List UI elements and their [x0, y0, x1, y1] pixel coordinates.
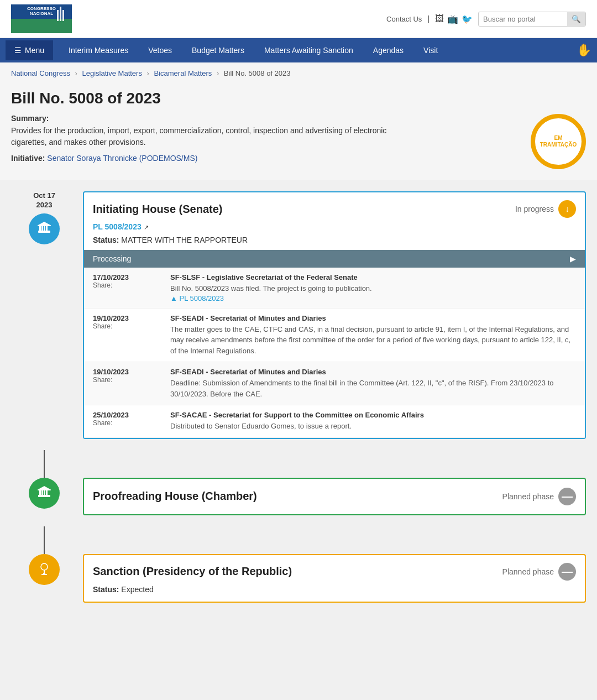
timeline-left-senate: Oct 172023 [11, 191, 77, 244]
page-title: Bill No. 5008 of 2023 [11, 90, 586, 107]
top-header: CONGRESSONACIONAL Contact Us | 🖼 📺 🐦 🔍 [0, 0, 597, 38]
menu-button[interactable]: ☰ Menu [6, 40, 53, 60]
breadcrumb-sep-2: › [147, 69, 151, 77]
nav-visit[interactable]: Visit [413, 38, 448, 62]
proc-share: Share: [93, 419, 170, 427]
processing-row: 19/10/2023 Share: SF-SEADI - Secretariat… [84, 362, 585, 405]
proc-date-col: 17/10/2023 Share: [93, 273, 170, 302]
contact-us-link[interactable]: Contact Us [386, 15, 422, 23]
nav-interim-measures[interactable]: Interim Measures [59, 38, 138, 62]
proc-share: Share: [93, 281, 170, 289]
breadcrumb-national-congress[interactable]: National Congress [11, 69, 70, 77]
svg-marker-6 [38, 222, 50, 225]
processing-label: Processing [93, 254, 131, 263]
nav-accessibility-icon[interactable]: ✋ [577, 43, 591, 58]
summary-desc: Provides for the production, import, exp… [11, 125, 398, 148]
timeline-left-sanction [11, 554, 77, 585]
menu-label: Menu [25, 46, 44, 55]
breadcrumb-bicameral-matters[interactable]: Bicameral Matters [154, 69, 212, 77]
phase-senate-container: Oct 172023 Initiating House [11, 191, 586, 439]
svg-rect-10 [44, 490, 45, 495]
phase-chamber-title: Proofreading House (Chamber) [93, 490, 257, 503]
phase-sanction-status: Planned phase — [502, 563, 576, 581]
phase-chamber-header: Proofreading House (Chamber) Planned pha… [84, 479, 585, 514]
status-badge-text: EMTRAMITAÇÃO [540, 135, 577, 148]
summary-section: Summary: Provides for the production, im… [11, 114, 586, 169]
logo: CONGRESSONACIONAL [11, 4, 72, 33]
proc-title: SF-SACAE - Secretariat for Support to th… [170, 411, 576, 419]
nav-agendas[interactable]: Agendas [363, 38, 413, 62]
svg-rect-8 [39, 490, 41, 495]
breadcrumb-legislative-matters[interactable]: Legislative Matters [82, 69, 142, 77]
svg-rect-4 [46, 226, 48, 231]
phase-senate-status: In progress ↓ [515, 200, 576, 218]
social-icon[interactable]: 🐦 [462, 14, 473, 24]
video-icon[interactable]: 📺 [447, 14, 458, 24]
proc-content: SF-SLSF - Legislative Secretariat of the… [170, 273, 576, 302]
proc-content: SF-SACAE - Secretariat for Support to th… [170, 411, 576, 432]
phase-sanction-container: Sanction (Presidency of the Republic) Pl… [11, 554, 586, 603]
phase-senate-status-text: Status: MATTER WITH THE RAPPORTEUR [84, 234, 585, 250]
svg-rect-7 [38, 495, 50, 497]
search-button[interactable]: 🔍 [567, 12, 585, 26]
svg-rect-12 [38, 489, 51, 490]
svg-point-14 [41, 563, 48, 570]
breadcrumb-sep-3: › [217, 69, 221, 77]
svg-rect-11 [46, 490, 48, 495]
senate-status-label: In progress [515, 205, 554, 213]
sanction-status-text: Status: Expected [84, 583, 585, 602]
breadcrumb-current: Bill No. 5008 of 2023 [224, 69, 291, 77]
breadcrumb-sep-1: › [75, 69, 80, 77]
proc-date: 19/10/2023 [93, 314, 170, 322]
header-icons: 🖼 📺 🐦 [435, 14, 473, 24]
nav-vetoes[interactable]: Vetoes [138, 38, 182, 62]
proc-title: SF-SLSF - Legislative Secretariat of the… [170, 273, 576, 281]
sanction-status-label: Planned phase [502, 567, 554, 576]
phase-sanction-header: Sanction (Presidency of the Republic) Pl… [84, 555, 585, 583]
phase-chamber-card: Proofreading House (Chamber) Planned pha… [83, 478, 586, 515]
timeline-area: Oct 172023 Initiating House [0, 180, 597, 625]
svg-rect-2 [41, 226, 43, 231]
processing-expand-icon: ▶ [570, 254, 576, 263]
nav-links: Interim Measures Vetoes Budget Matters M… [59, 38, 448, 62]
nav-matters-awaiting[interactable]: Matters Awaiting Sanction [254, 38, 363, 62]
sanction-status-icon: — [558, 563, 576, 581]
breadcrumb: National Congress › Legislative Matters … [0, 62, 597, 84]
chamber-status-icon: — [558, 488, 576, 505]
processing-row: 17/10/2023 Share: SF-SLSF - Legislative … [84, 268, 585, 309]
proc-title: SF-SEADI - Secretariat of Minutes and Di… [170, 368, 576, 376]
proc-date: 17/10/2023 [93, 273, 170, 281]
phase-senate-card: Initiating House (Senate) In progress ↓ … [83, 191, 586, 439]
search-input[interactable] [479, 13, 567, 25]
initiative: Initiative: Senator Soraya Thronicke (PO… [11, 154, 398, 163]
proc-content: SF-SEADI - Secretariat of Minutes and Di… [170, 314, 576, 357]
proc-doc-link[interactable]: ▲ PL 5008/2023 [170, 294, 224, 302]
search-box: 🔍 [478, 12, 586, 27]
processing-header[interactable]: Processing ▶ [84, 250, 585, 268]
summary-text: Summary: Provides for the production, im… [11, 114, 398, 163]
proc-share: Share: [93, 376, 170, 384]
initiative-label: Initiative: [11, 154, 45, 163]
senate-date: Oct 172023 [33, 191, 55, 210]
phase-sanction-card: Sanction (Presidency of the Republic) Pl… [83, 554, 586, 603]
proc-desc: Bill No. 5008/2023 was filed. The projec… [170, 283, 576, 294]
timeline-left-chamber [11, 478, 77, 509]
phase-chamber-container: Proofreading House (Chamber) Planned pha… [11, 478, 586, 515]
svg-rect-1 [39, 226, 41, 231]
initiative-person-link[interactable]: Senator Soraya Thronicke (PODEMOS/MS) [47, 154, 197, 163]
external-link-icon: ↗ [144, 224, 149, 231]
svg-marker-13 [38, 486, 50, 489]
senate-icon [29, 213, 60, 244]
phase-sanction-title: Sanction (Presidency of the Republic) [93, 565, 292, 578]
nav-bar: ☰ Menu Interim Measures Vetoes Budget Ma… [0, 38, 597, 62]
chamber-icon [29, 478, 60, 509]
svg-rect-3 [44, 226, 45, 231]
svg-rect-5 [38, 225, 51, 226]
senate-status-icon: ↓ [558, 200, 576, 218]
proc-share: Share: [93, 322, 170, 330]
nav-budget-matters[interactable]: Budget Matters [182, 38, 254, 62]
page-title-area: Bill No. 5008 of 2023 Summary: Provides … [0, 84, 597, 180]
pl-link[interactable]: PL 5008/2023 [93, 222, 142, 231]
image-icon[interactable]: 🖼 [435, 14, 444, 24]
timeline-spacer-2 [11, 526, 586, 554]
